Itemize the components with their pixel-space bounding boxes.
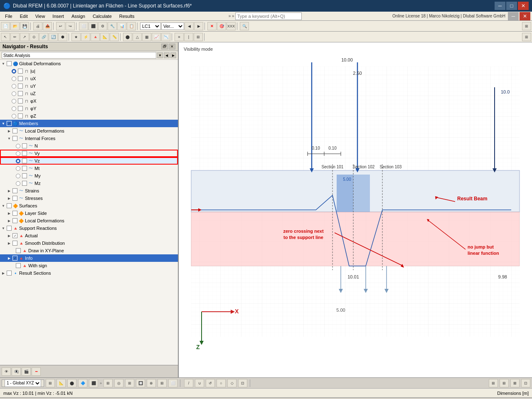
tree-local-def-surf[interactable]: ▶ 🔶 Local Deformations bbox=[0, 217, 178, 224]
tree-support-reactions[interactable]: ▼ 🔺 Support Reactions bbox=[0, 224, 178, 232]
menu-view[interactable]: View bbox=[32, 13, 49, 20]
tb2-btn4[interactable]: ⊙ bbox=[30, 33, 39, 41]
tree-strains[interactable]: ▶ 〜 Strains bbox=[0, 187, 178, 195]
radio-ux[interactable] bbox=[12, 76, 16, 81]
status-tb-btn1[interactable]: ⊞ bbox=[46, 379, 55, 387]
nav-bottom-btn3[interactable]: 🎬 bbox=[22, 367, 31, 376]
expander-local-deform[interactable]: ▶ bbox=[7, 128, 12, 133]
status-tb-btn12[interactable]: ⬜ bbox=[168, 379, 177, 387]
cb-strains[interactable] bbox=[12, 188, 17, 193]
status-tb-btn11[interactable]: ⊞ bbox=[158, 379, 167, 387]
nav-filter-left[interactable]: ◀ bbox=[164, 52, 170, 58]
tb2-btn15[interactable]: ▦ bbox=[142, 33, 151, 41]
radio-uz[interactable] bbox=[12, 91, 16, 96]
tb1-btn6[interactable]: 📋 bbox=[127, 22, 136, 30]
tree-smooth-dist[interactable]: ▶ 🔺 Smooth Distribution bbox=[0, 239, 178, 247]
status-tb-draw3[interactable]: ↺ bbox=[206, 379, 215, 387]
status-tb-btn9[interactable]: 🔲 bbox=[136, 379, 145, 387]
cb-vy[interactable] bbox=[22, 151, 27, 156]
cb-mt[interactable] bbox=[22, 166, 27, 171]
cb-internal-forces[interactable] bbox=[12, 136, 17, 141]
menu-insert[interactable]: Insert bbox=[49, 13, 67, 20]
tb2-btn8[interactable]: ★ bbox=[71, 33, 81, 41]
status-tb-btn2[interactable]: 📐 bbox=[57, 379, 66, 387]
expander-stresses[interactable]: ▶ bbox=[7, 196, 12, 201]
cb-support-reactions[interactable] bbox=[7, 226, 12, 231]
nav-filter-expand[interactable]: ▼ bbox=[157, 52, 163, 58]
tree-phix[interactable]: ⊓ φX bbox=[0, 97, 178, 105]
tree-surfaces[interactable]: ▼ 🔶 Surfaces bbox=[0, 202, 178, 209]
expander-surfaces[interactable]: ▼ bbox=[1, 203, 6, 208]
tb1-btn3[interactable]: ⚙ bbox=[98, 22, 107, 30]
radio-n[interactable] bbox=[16, 144, 20, 148]
status-tb-btn4[interactable]: 🔷 bbox=[78, 379, 87, 387]
ver-select[interactable]: Ver... bbox=[161, 22, 184, 30]
radio-phix[interactable] bbox=[12, 99, 16, 103]
radio-phiy[interactable] bbox=[12, 106, 16, 111]
status-tb-btn10[interactable]: ⊗ bbox=[147, 379, 156, 387]
expander-members[interactable]: ▼ bbox=[1, 121, 6, 126]
cb-info[interactable] bbox=[12, 256, 17, 261]
tb2-btn16[interactable]: 📈 bbox=[152, 33, 161, 41]
tree-actual[interactable]: ▶ 🔺 Actual bbox=[0, 232, 178, 239]
tb1-btn1[interactable]: ⬜ bbox=[79, 22, 88, 30]
tree-n[interactable]: 〜 N bbox=[0, 142, 178, 150]
status-tb-draw4[interactable]: ○ bbox=[217, 379, 226, 387]
tb1-btny[interactable]: 🎯 bbox=[217, 22, 226, 30]
expander-internal-forces[interactable]: ▼ bbox=[7, 136, 12, 141]
nav-search-input[interactable] bbox=[2, 52, 156, 59]
cb-with-sign[interactable] bbox=[16, 263, 21, 268]
nav-bottom-btn1[interactable]: 👁 bbox=[2, 367, 11, 376]
tree-members[interactable]: ▼ 🔵 Members bbox=[0, 120, 178, 127]
status-tb-draw2[interactable]: ∪ bbox=[195, 379, 204, 387]
tree-vy[interactable]: 〜 Vy bbox=[0, 150, 178, 157]
tb2-btn10[interactable]: 🔺 bbox=[91, 33, 100, 41]
tb1-zoom[interactable]: 🔍 bbox=[240, 22, 249, 30]
cs-select[interactable]: 1 - Global XYZ bbox=[5, 379, 41, 387]
tb1-btn4[interactable]: 🔧 bbox=[108, 22, 117, 30]
tb1-btn2[interactable]: ⬛ bbox=[89, 22, 98, 30]
tree-internal-forces[interactable]: ▼ 〜 Internal Forces bbox=[0, 135, 178, 142]
radio-my[interactable] bbox=[16, 174, 20, 178]
cb-smooth-dist[interactable] bbox=[12, 241, 17, 246]
tree-phiz[interactable]: ⊓ φZ bbox=[0, 112, 178, 120]
tree-result-sections[interactable]: ▶ 🔹 Result Sections bbox=[0, 269, 178, 277]
radio-u-abs[interactable] bbox=[12, 69, 16, 74]
tb2-grid2[interactable]: ⊞ bbox=[522, 33, 531, 41]
status-tb-btn5[interactable]: ⬛ bbox=[89, 379, 98, 387]
expander-result-sections[interactable]: ▶ bbox=[1, 271, 6, 276]
nav-bottom-btn4[interactable]: ━ bbox=[32, 367, 41, 376]
nav-restore-btn[interactable]: 🗗 bbox=[161, 44, 168, 49]
tree-global-deformations[interactable]: ▼ 🔵 Global Deformations bbox=[0, 60, 178, 67]
tree-mt[interactable]: 〜 Mt bbox=[0, 165, 178, 172]
tb2-btn3[interactable]: ↗ bbox=[20, 33, 29, 41]
cb-surfaces[interactable] bbox=[7, 203, 12, 208]
tb2-btn11[interactable]: 📐 bbox=[100, 33, 109, 41]
menu-assign[interactable]: Assign bbox=[68, 13, 89, 20]
maximize-button[interactable]: □ bbox=[506, 2, 517, 10]
radio-uy[interactable] bbox=[12, 84, 16, 89]
redo-btn[interactable]: ↪ bbox=[66, 22, 75, 30]
cb-n[interactable] bbox=[22, 143, 27, 148]
tb2-btn19[interactable]: | bbox=[184, 33, 193, 41]
tb2-btn2[interactable]: ✏ bbox=[10, 33, 20, 41]
cb-result-sections[interactable] bbox=[7, 271, 12, 276]
cb-phiz[interactable] bbox=[18, 113, 23, 118]
tree-my[interactable]: 〜 My bbox=[0, 172, 178, 180]
menu-file[interactable]: File bbox=[2, 13, 16, 20]
tree-info[interactable]: ▶ 🔺 Info bbox=[0, 254, 178, 262]
status-tb-btn8[interactable]: ⊞ bbox=[125, 379, 134, 387]
status-tb-draw5[interactable]: ◇ bbox=[227, 379, 236, 387]
status-tb-btn3[interactable]: ⬤ bbox=[67, 379, 76, 387]
cb-stresses[interactable] bbox=[12, 196, 17, 201]
prev-btn[interactable]: ◀ bbox=[185, 22, 194, 30]
status-tb-grid1[interactable]: ⊞ bbox=[489, 379, 498, 387]
cb-local-deform[interactable] bbox=[12, 128, 17, 133]
print-btn[interactable]: 🖨 bbox=[33, 22, 42, 30]
status-tb-grid4[interactable]: ⊡ bbox=[521, 379, 530, 387]
expander-global-deform[interactable]: ▼ bbox=[1, 61, 6, 66]
cb-layer-side[interactable] bbox=[12, 211, 17, 216]
tb1-btnx[interactable]: ✕ bbox=[207, 22, 217, 30]
cb-my[interactable] bbox=[22, 173, 27, 178]
expander-local-def-surf[interactable]: ▶ bbox=[7, 218, 12, 223]
